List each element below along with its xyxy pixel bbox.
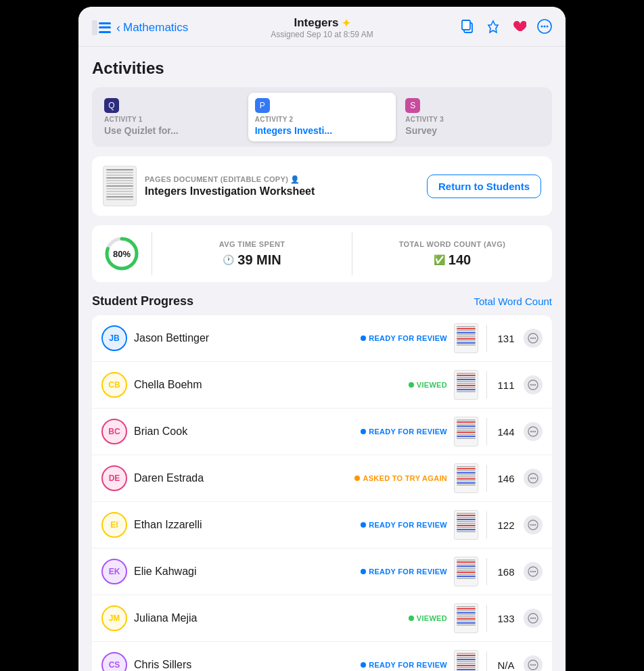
doc-line [457,375,476,376]
doc-line [457,391,476,392]
status-badge: VIEWED [409,614,447,622]
svg-point-41 [530,664,532,666]
student-more-button[interactable] [524,562,543,581]
doc-line [457,338,476,340]
doc-line [457,665,476,666]
status-badge: READY FOR REVIEW [361,427,447,436]
doc-line [457,529,476,530]
document-mini-thumbnail[interactable] [454,463,478,493]
more-options-icon[interactable] [537,19,552,37]
activity-tabs-bar: Q ACTIVITY 1 Use Quizlet for... P ACTIVI… [92,87,552,147]
svg-point-23 [534,431,536,432]
word-icon: ✅ [434,254,445,265]
word-count-cell: 131 [495,333,517,344]
student-more-button[interactable] [524,329,543,348]
svg-point-31 [534,524,536,526]
student-row: DE Daren Estrada ASKED TO TRY AGAIN 146 [92,455,552,502]
back-button[interactable]: ‹ Mathematics [116,21,188,35]
status-badge: READY FOR REVIEW [361,521,447,529]
doc-line [457,659,476,660]
svg-point-22 [532,431,534,432]
doc-line [457,419,476,421]
doc-line [457,527,476,528]
doc-line [457,574,476,575]
document-mini-thumbnail[interactable] [454,370,478,400]
doc-line [457,389,476,390]
status-badge: READY FOR REVIEW [361,334,447,342]
student-more-button[interactable] [524,375,543,394]
svg-point-37 [530,618,532,619]
doc-line [457,523,476,524]
app-header: ‹ Mathematics Integers ✦ Assigned Sep 10… [78,7,566,47]
status-badge: VIEWED [409,381,447,389]
student-more-button[interactable] [524,515,543,534]
circle-percent-label: 80% [113,249,131,259]
avatar: BC [101,419,127,444]
status-badge: READY FOR REVIEW [361,568,447,576]
document-mini-thumbnail[interactable] [454,557,478,586]
svg-rect-3 [99,31,111,33]
doc-line [457,570,476,571]
document-type: PAGES DOCUMENT (EDITABLE COPY) 👤 [145,175,419,184]
pin-icon[interactable] [486,19,501,37]
document-mini-thumbnail[interactable] [454,603,478,633]
svg-point-7 [541,25,543,27]
doc-line [457,334,476,336]
word-count-cell: 111 [495,379,517,391]
student-more-button[interactable] [524,609,543,628]
svg-point-34 [532,571,534,572]
student-more-button[interactable] [524,655,543,671]
student-row: EK Elie Kahwagi READY FOR REVIEW 168 [92,549,552,595]
doc-line [457,610,476,611]
status-dot [354,476,360,481]
word-count-cell: 146 [495,473,517,484]
doc-line [457,423,476,425]
sidebar-toggle-button[interactable] [92,20,111,35]
header-left: ‹ Mathematics [92,20,207,35]
document-mini-thumbnail[interactable] [454,417,478,446]
activity-tab-1[interactable]: Q ACTIVITY 1 Use Quizlet for... [97,93,246,141]
doc-line [457,474,476,476]
doc-line [457,373,476,374]
doc-line [457,478,476,480]
copy-icon[interactable] [460,19,475,37]
doc-line [457,525,476,526]
progress-circle: 80% [103,235,141,273]
svg-point-35 [534,571,536,572]
quizlet-icon: Q [104,98,119,113]
svg-point-42 [532,664,534,666]
avatar: JB [101,325,127,351]
activity-tab-3[interactable]: S ACTIVITY 3 Survey [398,93,547,141]
svg-point-33 [530,571,532,572]
svg-point-43 [534,664,536,666]
student-name: Daren Estrada [134,472,348,484]
student-more-button[interactable] [524,469,543,488]
doc-line [457,517,476,518]
sparkle-icon: ✦ [342,17,350,30]
document-mini-thumbnail[interactable] [454,510,478,540]
document-mini-thumbnail[interactable] [454,650,478,671]
clock-icon: 🕐 [223,254,234,265]
progress-title: Student Progress [92,294,193,308]
doc-line [457,344,476,346]
doc-line [457,427,476,429]
student-more-button[interactable] [524,422,543,441]
return-to-students-button[interactable]: Return to Students [427,175,541,198]
heart-icon[interactable] [511,19,526,37]
row-divider [486,651,487,671]
doc-line [457,618,476,620]
student-name: Elie Kahwagi [134,565,354,578]
status-badge: READY FOR REVIEW [361,661,447,669]
doc-line [457,608,476,609]
doc-line [457,326,476,327]
activity-tab-2[interactable]: P ACTIVITY 2 Integers Investi... [248,93,396,141]
status-label: READY FOR REVIEW [369,334,447,342]
doc-line [457,438,476,439]
word-count-cell: 144 [495,426,517,438]
document-mini-thumbnail[interactable] [454,323,478,353]
sort-word-count-link[interactable]: Total Word Count [474,296,552,307]
status-label: ASKED TO TRY AGAIN [363,474,447,482]
avatar: CB [101,372,127,398]
doc-line [457,383,476,384]
student-row: JM Juliana Mejia VIEWED 133 [92,595,552,642]
